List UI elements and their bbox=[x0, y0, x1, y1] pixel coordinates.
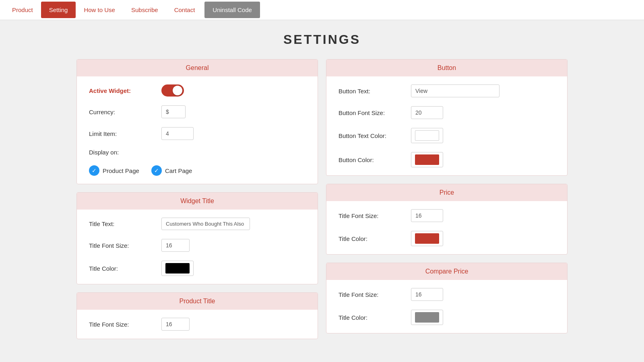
widget-title-section: Widget Title Title Text: Title Font Size… bbox=[76, 192, 318, 284]
compare-price-font-size-row: Title Font Size: bbox=[339, 288, 555, 301]
product-page-label: Product Page bbox=[103, 167, 139, 174]
button-font-size-input[interactable] bbox=[411, 106, 443, 119]
title-text-row: Title Text: bbox=[89, 218, 305, 230]
product-title-body: Title Font Size: bbox=[77, 310, 318, 339]
tab-product[interactable]: Product bbox=[4, 2, 41, 18]
right-column: Button Button Text: Button Font Size: Bu… bbox=[326, 59, 568, 341]
widget-title-color-swatch[interactable] bbox=[161, 261, 194, 276]
compare-price-color-row: Title Color: bbox=[339, 310, 555, 325]
limit-item-input[interactable] bbox=[161, 127, 194, 140]
tab-contact[interactable]: Contact bbox=[166, 2, 203, 18]
limit-item-label: Limit Item: bbox=[89, 130, 161, 137]
compare-price-color-swatch[interactable] bbox=[411, 310, 443, 325]
settings-grid: General Active Widget: Currency: bbox=[76, 59, 568, 347]
compare-price-color-label: Title Color: bbox=[339, 314, 411, 321]
product-title-section: Product Title Title Font Size: bbox=[76, 292, 318, 339]
price-font-size-row: Title Font Size: bbox=[339, 209, 555, 222]
compare-price-section: Compare Price Title Font Size: Title Col… bbox=[326, 263, 568, 333]
price-color-swatch[interactable] bbox=[411, 231, 443, 246]
button-text-input[interactable] bbox=[411, 84, 500, 97]
widget-title-color-row: Title Color: bbox=[89, 261, 305, 276]
general-section: General Active Widget: Currency: bbox=[76, 59, 318, 184]
cart-page-checkbox[interactable]: ✓ Cart Page bbox=[151, 165, 192, 176]
widget-title-color-inner bbox=[165, 263, 190, 274]
currency-input[interactable] bbox=[161, 105, 186, 118]
button-section: Button Button Text: Button Font Size: Bu… bbox=[326, 59, 568, 176]
general-body: Active Widget: Currency: Limit Item: bbox=[77, 76, 318, 184]
price-font-size-label: Title Font Size: bbox=[339, 212, 411, 219]
checkbox-group: ✓ Product Page ✓ Cart Page bbox=[89, 165, 192, 176]
compare-price-body: Title Font Size: Title Color: bbox=[326, 280, 567, 333]
tab-subscribe[interactable]: Subscribe bbox=[123, 2, 166, 18]
page-title: SETTINGS bbox=[76, 32, 568, 47]
button-text-label: Button Text: bbox=[339, 88, 411, 95]
widget-title-font-size-label: Title Font Size: bbox=[89, 242, 161, 249]
button-color-swatch[interactable] bbox=[411, 152, 443, 167]
product-page-check-icon: ✓ bbox=[89, 165, 99, 176]
button-text-row: Button Text: bbox=[339, 84, 555, 97]
widget-title-font-size-input[interactable] bbox=[161, 239, 190, 252]
cart-page-label: Cart Page bbox=[165, 167, 192, 174]
price-color-label: Title Color: bbox=[339, 235, 411, 242]
product-title-font-size-input[interactable] bbox=[161, 318, 190, 331]
button-text-color-inner bbox=[415, 130, 439, 141]
button-body: Button Text: Button Font Size: Button Te… bbox=[326, 76, 567, 175]
price-body: Title Font Size: Title Color: bbox=[326, 201, 567, 254]
button-header: Button bbox=[326, 60, 567, 76]
button-color-row: Button Color: bbox=[339, 152, 555, 167]
widget-title-body: Title Text: Title Font Size: Title Color… bbox=[77, 210, 318, 284]
price-color-inner bbox=[415, 233, 439, 244]
widget-title-header: Widget Title bbox=[77, 193, 318, 210]
title-text-label: Title Text: bbox=[89, 220, 161, 227]
limit-item-row: Limit Item: bbox=[89, 127, 305, 140]
widget-title-font-size-row: Title Font Size: bbox=[89, 239, 305, 252]
product-title-header: Product Title bbox=[77, 293, 318, 310]
active-widget-row: Active Widget: bbox=[89, 84, 305, 97]
button-text-color-swatch[interactable] bbox=[411, 128, 443, 143]
main-content: SETTINGS General Active Widget: Curren bbox=[68, 20, 576, 359]
display-on-label: Display on: bbox=[89, 149, 161, 156]
tab-setting[interactable]: Setting bbox=[41, 2, 76, 18]
toggle-knob bbox=[173, 86, 182, 95]
product-page-checkbox[interactable]: ✓ Product Page bbox=[89, 165, 139, 176]
currency-label: Currency: bbox=[89, 109, 161, 115]
button-font-size-label: Button Font Size: bbox=[339, 109, 411, 116]
compare-price-header: Compare Price bbox=[326, 263, 567, 280]
product-title-font-size-label: Title Font Size: bbox=[89, 321, 161, 328]
navigation: Product Setting How to Use Subscribe Con… bbox=[0, 0, 644, 20]
cart-page-check-icon: ✓ bbox=[151, 165, 162, 176]
button-text-color-label: Button Text Color: bbox=[339, 132, 411, 139]
compare-price-color-inner bbox=[415, 312, 439, 323]
price-header: Price bbox=[326, 184, 567, 201]
price-section: Price Title Font Size: Title Color: bbox=[326, 184, 568, 255]
button-font-size-row: Button Font Size: bbox=[339, 106, 555, 119]
button-text-color-row: Button Text Color: bbox=[339, 128, 555, 143]
tab-uninstall[interactable]: Uninstall Code bbox=[204, 2, 260, 18]
title-text-input[interactable] bbox=[161, 218, 250, 230]
price-color-row: Title Color: bbox=[339, 231, 555, 246]
tab-how-to-use[interactable]: How to Use bbox=[76, 2, 123, 18]
active-widget-label: Active Widget: bbox=[89, 87, 161, 94]
display-on-row: Display on: ✓ Product Page ✓ Cart Page bbox=[89, 149, 305, 176]
compare-price-font-size-input[interactable] bbox=[411, 288, 443, 301]
compare-price-font-size-label: Title Font Size: bbox=[339, 291, 411, 298]
currency-row: Currency: bbox=[89, 105, 305, 118]
general-header: General bbox=[77, 60, 318, 76]
left-column: General Active Widget: Currency: bbox=[76, 59, 318, 347]
active-widget-toggle[interactable] bbox=[161, 84, 184, 97]
price-font-size-input[interactable] bbox=[411, 209, 443, 222]
product-title-font-size-row: Title Font Size: bbox=[89, 318, 305, 331]
button-color-inner bbox=[415, 154, 439, 165]
widget-title-color-label: Title Color: bbox=[89, 265, 161, 272]
button-color-label: Button Color: bbox=[339, 156, 411, 163]
